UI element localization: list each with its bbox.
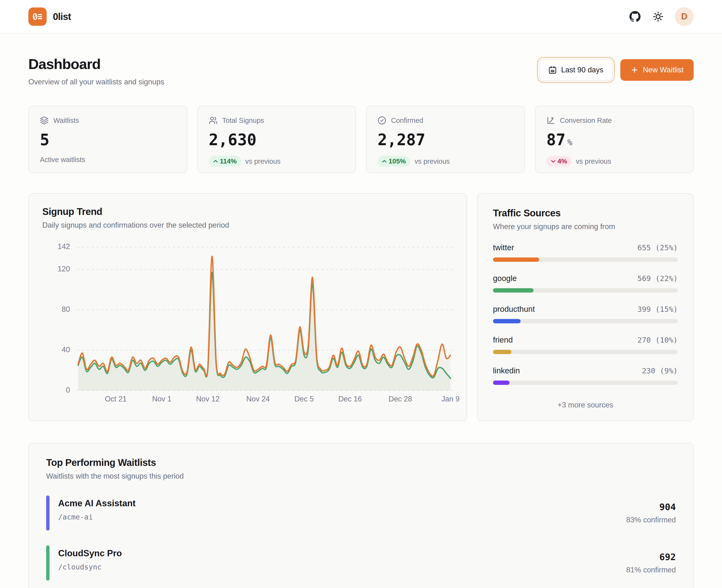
- source-bar-track: [493, 350, 678, 354]
- source-name: google: [493, 274, 517, 283]
- source-value: 569 (22%): [637, 274, 678, 283]
- traffic-sources-card: Traffic Sources Where your signups are c…: [477, 193, 694, 421]
- waitlist-count: 904: [626, 502, 676, 512]
- table-row[interactable]: CloudSync Pro /cloudsync 692 81% confirm…: [46, 545, 676, 581]
- github-icon[interactable]: [629, 10, 641, 23]
- user-avatar[interactable]: D: [675, 7, 694, 26]
- brand-logo-icon: [28, 7, 47, 26]
- trend-badge: 114%: [209, 156, 241, 167]
- layers-icon: [40, 116, 48, 125]
- stat-subtext: vs previous: [246, 158, 281, 165]
- top-waitlists-subtitle: Waitlists with the most signups this per…: [46, 472, 676, 481]
- stat-card-confirmed: Confirmed 2,287 105% vs previous: [366, 106, 525, 173]
- source-bar-fill: [493, 350, 511, 354]
- stat-label: Confirmed: [391, 117, 423, 125]
- source-bar-track: [493, 257, 678, 262]
- source-name: twitter: [493, 243, 514, 252]
- waitlist-count: 692: [626, 552, 676, 562]
- stat-label: Waitlists: [54, 117, 79, 125]
- traffic-source-list: twitter 655 (25%) google 569 (22%) produ…: [493, 243, 678, 385]
- header-actions: D: [629, 7, 694, 26]
- source-name: producthunt: [493, 304, 535, 314]
- date-range-label: Last 90 days: [561, 66, 603, 74]
- trend-chart-icon: [547, 116, 555, 125]
- stat-unit: %: [568, 138, 572, 147]
- source-bar-fill: [493, 381, 510, 385]
- svg-text:120: 120: [58, 265, 70, 273]
- traffic-title: Traffic Sources: [493, 208, 678, 218]
- waitlist-slug: /cloudsync: [58, 563, 122, 571]
- brand-name: 0list: [53, 11, 71, 22]
- plus-icon: [631, 66, 639, 74]
- table-row[interactable]: Acme AI Assistant /acme-ai 904 83% confi…: [46, 496, 676, 530]
- page-subtitle: Overview of all your waitlists and signu…: [28, 78, 164, 86]
- svg-text:Dec 28: Dec 28: [389, 395, 412, 403]
- top-waitlists-title: Top Performing Waitlists: [46, 457, 676, 468]
- svg-text:Nov 12: Nov 12: [196, 395, 220, 403]
- stat-card-conversion-rate: Conversion Rate 87% 4% vs previous: [535, 106, 694, 173]
- stat-subtext: vs previous: [415, 158, 450, 165]
- chevron-down-icon: [551, 160, 556, 163]
- svg-text:Nov 1: Nov 1: [152, 395, 172, 403]
- more-sources-label: +3 more sources: [493, 401, 678, 410]
- main-content: Dashboard Overview of all your waitlists…: [0, 56, 722, 588]
- stat-value: 2,287: [378, 130, 513, 149]
- trend-badge: 105%: [378, 156, 410, 167]
- source-value: 270 (10%): [637, 336, 678, 344]
- users-icon: [209, 116, 217, 125]
- date-range-button[interactable]: Last 90 days: [539, 59, 613, 81]
- source-name: linkedin: [493, 366, 520, 375]
- list-item: friend 270 (10%): [493, 335, 678, 354]
- new-waitlist-button[interactable]: New Waitlist: [620, 59, 694, 81]
- top-waitlists-card: Top Performing Waitlists Waitlists with …: [28, 443, 694, 588]
- list-item: google 569 (22%): [493, 274, 678, 293]
- source-name: friend: [493, 335, 513, 344]
- svg-text:0: 0: [66, 386, 70, 394]
- svg-text:Dec 5: Dec 5: [294, 395, 314, 403]
- waitlist-name: Acme AI Assistant: [58, 498, 135, 508]
- svg-text:Dec 16: Dec 16: [338, 395, 362, 403]
- source-bar-fill: [493, 319, 521, 323]
- stat-label: Conversion Rate: [560, 117, 612, 125]
- stat-value: 87%: [547, 130, 682, 149]
- calendar-icon: [548, 66, 557, 74]
- waitlist-confirmed: 83% confirmed: [626, 516, 676, 524]
- list-item: twitter 655 (25%): [493, 243, 678, 262]
- source-value: 399 (15%): [637, 305, 678, 313]
- source-value: 230 (9%): [642, 366, 678, 375]
- new-waitlist-label: New Waitlist: [643, 66, 683, 74]
- stat-value: 5: [40, 130, 176, 149]
- traffic-subtitle: Where your signups are coming from: [493, 223, 678, 231]
- source-bar-fill: [493, 288, 534, 293]
- svg-text:Jan 9: Jan 9: [442, 395, 460, 403]
- stat-value: 2,630: [209, 130, 345, 149]
- source-bar-track: [493, 288, 678, 293]
- svg-text:Nov 24: Nov 24: [246, 395, 270, 403]
- top-bar: 0list D: [0, 0, 722, 34]
- source-value: 655 (25%): [637, 243, 678, 252]
- chevron-up-icon: [213, 160, 218, 163]
- stat-subtext: Active waitlists: [40, 156, 85, 164]
- source-bar-track: [493, 319, 678, 323]
- svg-text:Oct 21: Oct 21: [105, 395, 127, 403]
- trend-badge: 4%: [547, 156, 572, 167]
- list-item: producthunt 399 (15%): [493, 304, 678, 323]
- signup-trend-chart: 04080120142Oct 21Nov 1Nov 12Nov 24Dec 5D…: [29, 194, 467, 421]
- list-item: linkedin 230 (9%): [493, 366, 678, 385]
- stat-card-total-signups: Total Signups 2,630 114% vs previous: [197, 106, 356, 173]
- brand[interactable]: 0list: [28, 7, 71, 26]
- source-bar-fill: [493, 257, 539, 262]
- svg-text:40: 40: [62, 345, 70, 354]
- waitlist-confirmed: 81% confirmed: [626, 566, 676, 574]
- stat-card-waitlists: Waitlists 5 Active waitlists: [28, 106, 187, 173]
- stats-row: Waitlists 5 Active waitlists Total Signu…: [28, 106, 694, 173]
- theme-toggle-sun-icon[interactable]: [652, 10, 664, 23]
- stat-label: Total Signups: [222, 117, 264, 125]
- waitlist-slug: /acme-ai: [58, 513, 135, 521]
- waitlist-accent-bar: [46, 545, 49, 581]
- source-bar-track: [493, 381, 678, 385]
- page-title: Dashboard: [28, 56, 164, 72]
- svg-text:80: 80: [62, 305, 70, 313]
- waitlist-name: CloudSync Pro: [58, 548, 122, 559]
- signup-trend-card: Signup Trend Daily signups and confirmat…: [28, 193, 467, 421]
